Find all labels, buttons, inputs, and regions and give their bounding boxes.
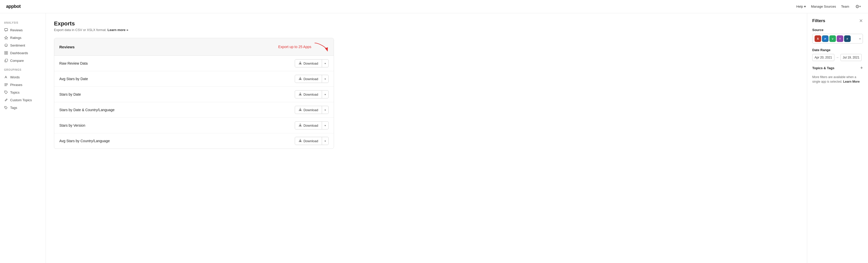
download-btn-main-raw-review[interactable]: Download [295, 60, 322, 67]
topics-tags-header: Topics & Tags + [812, 66, 863, 70]
export-row-avg-stars-date-label: Avg Stars by Date [59, 77, 88, 81]
list-icon [4, 83, 8, 87]
download-btn-main-stars-date-country[interactable]: Download [295, 106, 322, 114]
learn-more-link[interactable]: Learn more » [107, 28, 128, 32]
export-row-raw-review: Raw Review Data Download ▾ [54, 56, 334, 71]
download-caret-stars-date-country[interactable]: ▾ [322, 107, 328, 113]
download-caret-stars-date[interactable]: ▾ [322, 91, 328, 98]
download-icon-2 [299, 77, 302, 81]
svg-rect-5 [5, 52, 6, 53]
app-icon-2: P [822, 35, 829, 42]
settings-gear-button[interactable]: ⚙ ▾ [854, 3, 862, 10]
date-from-input[interactable]: Apr 20, 2021 [812, 54, 834, 61]
filters-panel: Filters ✕ Source A P V [807, 13, 868, 263]
download-icon-5 [299, 123, 302, 127]
header-nav: Help ▾ Manage Sources Team ⚙ ▾ [796, 3, 862, 10]
sidebar-item-topics-label: Topics [10, 91, 20, 94]
close-icon: ✕ [859, 18, 863, 23]
source-caret-icon: ▾ [859, 37, 861, 40]
sidebar-item-words[interactable]: Words [0, 73, 45, 81]
tag-icon [4, 90, 8, 94]
filters-title: Filters [812, 18, 825, 23]
download-btn-main-avg-stars-date[interactable]: Download [295, 75, 322, 83]
topics-tags-filter-section: Topics & Tags + [812, 66, 863, 70]
date-range-filter-section: Date Range Apr 20, 2021 → Jul 19, 2021 [812, 48, 863, 61]
download-btn-stars-date[interactable]: Download ▾ [295, 90, 329, 98]
star-icon [4, 36, 8, 40]
download-btn-avg-stars-date[interactable]: Download ▾ [295, 75, 329, 83]
svg-text:P: P [825, 38, 826, 40]
gear-caret-icon: ▾ [859, 5, 861, 8]
export-row-avg-stars-country-label: Avg Stars by Country/Language [59, 139, 110, 143]
exports-card: Reviews Export up to 25 Apps [54, 38, 334, 149]
svg-rect-9 [5, 59, 8, 61]
filters-close-button[interactable]: ✕ [859, 19, 863, 23]
download-btn-raw-review[interactable]: Download ▾ [295, 59, 329, 67]
app-icon-4: T [837, 35, 843, 42]
header: appbot Help ▾ Manage Sources Team ⚙ ▾ [0, 0, 868, 13]
topics-tags-label: Topics & Tags [812, 66, 834, 70]
export-row-raw-review-label: Raw Review Data [59, 61, 88, 65]
download-btn-stars-version[interactable]: Download ▾ [295, 121, 329, 129]
sidebar-item-custom-topics[interactable]: Custom Topics [0, 96, 45, 104]
filter-note: More filters are available when a single… [812, 75, 863, 84]
sidebar-item-tags[interactable]: Tags [0, 104, 45, 111]
help-nav-item[interactable]: Help ▾ [796, 5, 806, 8]
sidebar-item-dashboards-label: Dashboards [10, 51, 28, 55]
app-layout: ANALYSIS Reviews Ratings Sentiment Dashb… [0, 13, 868, 263]
sidebar-item-reviews-label: Reviews [10, 28, 23, 32]
export-row-avg-stars-country: Avg Stars by Country/Language Download ▾ [54, 133, 334, 149]
source-select[interactable]: A P V T F ▾ [812, 34, 863, 43]
team-nav-item[interactable]: Team [841, 5, 849, 8]
download-caret-avg-stars-country[interactable]: ▾ [322, 138, 328, 144]
manage-sources-nav-item[interactable]: Manage Sources [811, 5, 836, 8]
sidebar-item-dashboards[interactable]: Dashboards [0, 49, 45, 57]
download-caret-avg-stars-date[interactable]: ▾ [322, 76, 328, 82]
export-row-stars-date: Stars by Date Download ▾ [54, 87, 334, 102]
download-icon-4 [299, 108, 302, 112]
sidebar-item-topics[interactable]: Topics [0, 89, 45, 96]
filters-header: Filters ✕ [812, 18, 863, 23]
download-caret-raw-review[interactable]: ▾ [322, 60, 328, 67]
page-subtitle: Export data in CSV or XSLX format. Learn… [54, 28, 799, 32]
export-row-stars-date-country: Stars by Date & Country/Language Downloa… [54, 102, 334, 118]
export-arrow-icon [313, 42, 329, 52]
svg-text:T: T [839, 38, 841, 40]
sidebar-item-sentiment[interactable]: Sentiment [0, 41, 45, 49]
date-to-input[interactable]: Jul 19, 2021 [840, 54, 862, 61]
sidebar-item-ratings-label: Ratings [10, 36, 21, 40]
svg-rect-7 [5, 53, 6, 55]
sidebar-item-sentiment-label: Sentiment [10, 43, 25, 47]
download-btn-main-stars-date[interactable]: Download [295, 91, 322, 98]
edit-icon [4, 98, 8, 102]
app-icon-3: V [829, 35, 836, 42]
page-title: Exports [54, 20, 799, 27]
date-range-arrow-icon: → [836, 56, 839, 59]
sidebar-item-reviews[interactable]: Reviews [0, 26, 45, 34]
sidebar-item-compare-label: Compare [10, 59, 24, 63]
download-caret-stars-version[interactable]: ▾ [322, 122, 328, 129]
download-btn-main-avg-stars-country[interactable]: Download [295, 137, 322, 145]
svg-point-4 [6, 45, 7, 45]
message-icon [4, 28, 8, 32]
svg-point-3 [5, 45, 6, 45]
sidebar-item-ratings[interactable]: Ratings [0, 34, 45, 41]
groupings-section-label: GROUPINGS [0, 68, 45, 73]
download-btn-stars-date-country[interactable]: Download ▾ [295, 106, 329, 114]
logo: appbot [6, 4, 21, 9]
svg-rect-6 [6, 52, 8, 53]
download-icon-6 [299, 139, 302, 143]
source-filter-label: Source [812, 28, 863, 32]
sidebar-item-compare[interactable]: Compare [0, 57, 45, 64]
topics-tags-add-button[interactable]: + [860, 66, 863, 70]
download-icon-3 [299, 92, 302, 96]
filter-learn-more-link[interactable]: Learn More [843, 80, 860, 84]
svg-text:F: F [847, 38, 848, 40]
download-btn-avg-stars-country[interactable]: Download ▾ [295, 137, 329, 145]
sidebar-item-phrases[interactable]: Phrases [0, 81, 45, 89]
sidebar-item-phrases-label: Phrases [10, 83, 22, 87]
download-btn-main-stars-version[interactable]: Download [295, 122, 322, 129]
type-icon [4, 75, 8, 79]
section-title: Reviews [59, 45, 74, 49]
help-caret-icon: ▾ [804, 5, 806, 8]
